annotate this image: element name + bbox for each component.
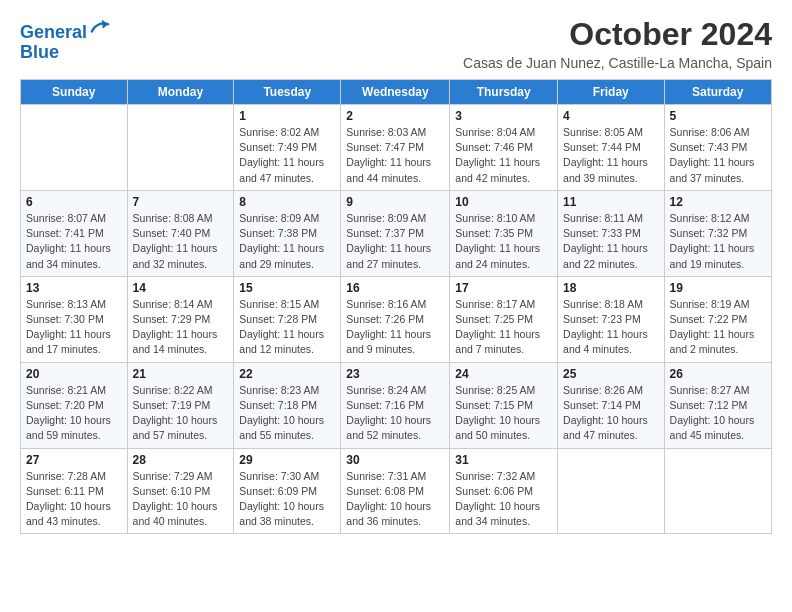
day-number: 12 [670,195,766,209]
calendar-cell: 2Sunrise: 8:03 AM Sunset: 7:47 PM Daylig… [341,105,450,191]
calendar-header-friday: Friday [558,80,665,105]
day-info: Sunrise: 8:13 AM Sunset: 7:30 PM Dayligh… [26,297,122,358]
page: General Blue October 2024 Casas de Juan … [0,0,792,544]
day-number: 10 [455,195,552,209]
calendar-cell: 27Sunrise: 7:28 AM Sunset: 6:11 PM Dayli… [21,448,128,534]
logo-icon [89,16,111,38]
calendar-cell: 26Sunrise: 8:27 AM Sunset: 7:12 PM Dayli… [664,362,771,448]
day-info: Sunrise: 8:22 AM Sunset: 7:19 PM Dayligh… [133,383,229,444]
calendar-cell: 30Sunrise: 7:31 AM Sunset: 6:08 PM Dayli… [341,448,450,534]
day-info: Sunrise: 8:10 AM Sunset: 7:35 PM Dayligh… [455,211,552,272]
day-number: 17 [455,281,552,295]
day-number: 18 [563,281,659,295]
day-number: 29 [239,453,335,467]
day-info: Sunrise: 7:31 AM Sunset: 6:08 PM Dayligh… [346,469,444,530]
day-number: 30 [346,453,444,467]
calendar-cell: 6Sunrise: 8:07 AM Sunset: 7:41 PM Daylig… [21,190,128,276]
calendar-header-monday: Monday [127,80,234,105]
day-info: Sunrise: 8:08 AM Sunset: 7:40 PM Dayligh… [133,211,229,272]
day-info: Sunrise: 8:26 AM Sunset: 7:14 PM Dayligh… [563,383,659,444]
calendar-cell: 25Sunrise: 8:26 AM Sunset: 7:14 PM Dayli… [558,362,665,448]
day-info: Sunrise: 8:02 AM Sunset: 7:49 PM Dayligh… [239,125,335,186]
calendar-header-tuesday: Tuesday [234,80,341,105]
calendar-header-saturday: Saturday [664,80,771,105]
day-number: 5 [670,109,766,123]
calendar-cell [558,448,665,534]
day-info: Sunrise: 8:09 AM Sunset: 7:37 PM Dayligh… [346,211,444,272]
calendar-cell [21,105,128,191]
day-info: Sunrise: 8:05 AM Sunset: 7:44 PM Dayligh… [563,125,659,186]
day-info: Sunrise: 8:15 AM Sunset: 7:28 PM Dayligh… [239,297,335,358]
day-number: 15 [239,281,335,295]
day-number: 14 [133,281,229,295]
day-number: 13 [26,281,122,295]
calendar-cell: 18Sunrise: 8:18 AM Sunset: 7:23 PM Dayli… [558,276,665,362]
header: General Blue October 2024 Casas de Juan … [20,16,772,71]
calendar-week-5: 27Sunrise: 7:28 AM Sunset: 6:11 PM Dayli… [21,448,772,534]
calendar-cell: 16Sunrise: 8:16 AM Sunset: 7:26 PM Dayli… [341,276,450,362]
calendar-cell: 29Sunrise: 7:30 AM Sunset: 6:09 PM Dayli… [234,448,341,534]
calendar-cell: 17Sunrise: 8:17 AM Sunset: 7:25 PM Dayli… [450,276,558,362]
calendar-cell: 13Sunrise: 8:13 AM Sunset: 7:30 PM Dayli… [21,276,128,362]
calendar-cell: 4Sunrise: 8:05 AM Sunset: 7:44 PM Daylig… [558,105,665,191]
day-info: Sunrise: 8:04 AM Sunset: 7:46 PM Dayligh… [455,125,552,186]
calendar-cell: 3Sunrise: 8:04 AM Sunset: 7:46 PM Daylig… [450,105,558,191]
logo: General Blue [20,16,111,63]
calendar-cell: 24Sunrise: 8:25 AM Sunset: 7:15 PM Dayli… [450,362,558,448]
day-number: 11 [563,195,659,209]
logo-blue: Blue [20,43,111,63]
day-number: 31 [455,453,552,467]
calendar-cell [127,105,234,191]
calendar-week-3: 13Sunrise: 8:13 AM Sunset: 7:30 PM Dayli… [21,276,772,362]
calendar-cell: 31Sunrise: 7:32 AM Sunset: 6:06 PM Dayli… [450,448,558,534]
day-number: 8 [239,195,335,209]
calendar-week-4: 20Sunrise: 8:21 AM Sunset: 7:20 PM Dayli… [21,362,772,448]
calendar-cell: 20Sunrise: 8:21 AM Sunset: 7:20 PM Dayli… [21,362,128,448]
calendar-cell: 1Sunrise: 8:02 AM Sunset: 7:49 PM Daylig… [234,105,341,191]
day-info: Sunrise: 8:19 AM Sunset: 7:22 PM Dayligh… [670,297,766,358]
day-number: 20 [26,367,122,381]
title-block: October 2024 Casas de Juan Nunez, Castil… [463,16,772,71]
logo-text: General [20,16,111,43]
calendar-header-row: SundayMondayTuesdayWednesdayThursdayFrid… [21,80,772,105]
day-number: 25 [563,367,659,381]
day-info: Sunrise: 8:25 AM Sunset: 7:15 PM Dayligh… [455,383,552,444]
day-number: 21 [133,367,229,381]
day-info: Sunrise: 8:07 AM Sunset: 7:41 PM Dayligh… [26,211,122,272]
calendar-header-sunday: Sunday [21,80,128,105]
logo-general: General [20,22,87,42]
calendar-cell: 5Sunrise: 8:06 AM Sunset: 7:43 PM Daylig… [664,105,771,191]
day-number: 9 [346,195,444,209]
calendar-cell: 22Sunrise: 8:23 AM Sunset: 7:18 PM Dayli… [234,362,341,448]
day-number: 23 [346,367,444,381]
day-number: 7 [133,195,229,209]
day-info: Sunrise: 7:28 AM Sunset: 6:11 PM Dayligh… [26,469,122,530]
day-info: Sunrise: 7:29 AM Sunset: 6:10 PM Dayligh… [133,469,229,530]
calendar-header-wednesday: Wednesday [341,80,450,105]
day-number: 24 [455,367,552,381]
day-info: Sunrise: 7:30 AM Sunset: 6:09 PM Dayligh… [239,469,335,530]
day-info: Sunrise: 8:18 AM Sunset: 7:23 PM Dayligh… [563,297,659,358]
calendar-cell: 12Sunrise: 8:12 AM Sunset: 7:32 PM Dayli… [664,190,771,276]
calendar-cell: 7Sunrise: 8:08 AM Sunset: 7:40 PM Daylig… [127,190,234,276]
day-number: 3 [455,109,552,123]
day-number: 22 [239,367,335,381]
main-title: October 2024 [463,16,772,53]
calendar-week-2: 6Sunrise: 8:07 AM Sunset: 7:41 PM Daylig… [21,190,772,276]
day-number: 16 [346,281,444,295]
subtitle: Casas de Juan Nunez, Castille-La Mancha,… [463,55,772,71]
calendar-cell: 11Sunrise: 8:11 AM Sunset: 7:33 PM Dayli… [558,190,665,276]
day-info: Sunrise: 8:16 AM Sunset: 7:26 PM Dayligh… [346,297,444,358]
calendar-cell: 21Sunrise: 8:22 AM Sunset: 7:19 PM Dayli… [127,362,234,448]
day-info: Sunrise: 8:23 AM Sunset: 7:18 PM Dayligh… [239,383,335,444]
calendar-cell: 15Sunrise: 8:15 AM Sunset: 7:28 PM Dayli… [234,276,341,362]
day-number: 26 [670,367,766,381]
day-number: 28 [133,453,229,467]
day-number: 6 [26,195,122,209]
calendar-cell: 19Sunrise: 8:19 AM Sunset: 7:22 PM Dayli… [664,276,771,362]
calendar-header-thursday: Thursday [450,80,558,105]
day-info: Sunrise: 8:14 AM Sunset: 7:29 PM Dayligh… [133,297,229,358]
calendar-week-1: 1Sunrise: 8:02 AM Sunset: 7:49 PM Daylig… [21,105,772,191]
day-info: Sunrise: 8:06 AM Sunset: 7:43 PM Dayligh… [670,125,766,186]
day-number: 27 [26,453,122,467]
